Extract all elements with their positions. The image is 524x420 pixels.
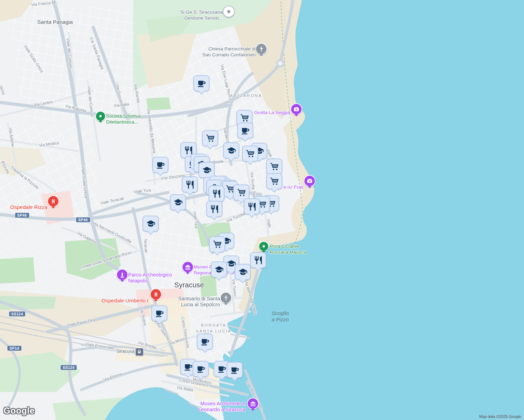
coffee-cup-icon xyxy=(155,309,164,318)
graduation-cap-icon xyxy=(173,198,183,207)
school-marker[interactable] xyxy=(143,216,159,232)
shopping-cart-icon xyxy=(213,240,222,249)
coffee-cup-icon xyxy=(241,126,250,135)
hospital-marker[interactable] xyxy=(150,288,162,300)
graduation-cap-icon xyxy=(227,146,236,155)
marker-tail xyxy=(295,114,298,117)
supermarket-marker[interactable] xyxy=(242,146,258,162)
coffee-cup-icon xyxy=(200,337,210,346)
monument-icon xyxy=(117,270,127,280)
photo-spot-marker[interactable] xyxy=(304,175,316,187)
map-markers-layer xyxy=(0,0,524,420)
shopping-cart-icon xyxy=(240,113,249,123)
restaurant-marker[interactable] xyxy=(182,176,198,192)
shopping-cart-icon xyxy=(246,149,255,159)
coffee-cup-icon xyxy=(230,365,240,375)
map-attribution[interactable]: Map data ©2025 Google xyxy=(479,414,521,419)
restaurant-marker[interactable] xyxy=(250,252,266,268)
school-marker[interactable] xyxy=(211,261,227,278)
museum-icon xyxy=(248,398,258,409)
cross-icon xyxy=(221,293,231,303)
marker-tail xyxy=(186,272,189,274)
cafe-marker[interactable] xyxy=(193,361,209,377)
marker-tail xyxy=(224,303,228,305)
museum-marker[interactable] xyxy=(182,261,194,273)
cafe-marker[interactable] xyxy=(193,75,209,91)
restaurant-icon xyxy=(185,180,195,189)
museum-marker[interactable] xyxy=(247,398,259,410)
coffee-cup-icon xyxy=(156,160,165,170)
cross-icon xyxy=(256,44,267,54)
map-canvas[interactable]: Via Franca M...Via LentiniViale dei Comu… xyxy=(0,0,524,420)
restaurant-marker[interactable] xyxy=(244,198,260,215)
restaurant-marker[interactable] xyxy=(208,186,225,202)
supermarket-marker[interactable] xyxy=(266,173,282,189)
cafe-marker[interactable] xyxy=(152,157,168,173)
school-marker[interactable] xyxy=(235,264,251,280)
church-marker[interactable] xyxy=(255,43,267,55)
school-marker[interactable] xyxy=(170,194,186,210)
coffee-cup-icon xyxy=(184,362,193,372)
cycling-marker[interactable] xyxy=(258,241,269,252)
supermarket-marker[interactable] xyxy=(266,159,282,175)
restaurant-icon xyxy=(212,189,221,198)
school-marker[interactable] xyxy=(223,142,239,159)
graduation-cap-icon xyxy=(238,267,248,277)
graduation-cap-icon xyxy=(214,265,224,274)
marker-tail xyxy=(308,186,311,188)
restaurant-marker[interactable] xyxy=(206,201,222,217)
restaurant-icon xyxy=(210,204,219,214)
supermarket-marker[interactable] xyxy=(209,236,225,252)
hospital-h-icon xyxy=(48,196,58,206)
white-dot-icon xyxy=(96,112,105,121)
restaurant-icon xyxy=(254,255,263,265)
sports-marker[interactable] xyxy=(95,111,106,121)
church-marker[interactable] xyxy=(220,292,232,304)
dot-icon xyxy=(223,6,234,17)
shopping-cart-icon xyxy=(270,162,279,172)
supermarket-marker[interactable] xyxy=(202,130,218,146)
marker-tail xyxy=(227,17,230,19)
marker-tail xyxy=(51,206,55,209)
white-dot-icon xyxy=(259,242,268,251)
train-station-marker[interactable] xyxy=(136,348,144,356)
cafe-marker[interactable] xyxy=(197,334,213,350)
hospital-h-icon xyxy=(151,289,161,300)
restaurant-icon xyxy=(247,202,257,211)
monument-marker[interactable] xyxy=(116,269,128,281)
photo-spot-marker[interactable] xyxy=(290,103,302,115)
marker-tail xyxy=(251,409,255,411)
coffee-cup-icon xyxy=(197,79,206,88)
coffee-cup-icon xyxy=(196,364,206,374)
graduation-cap-icon xyxy=(146,219,156,229)
shopping-cart-icon xyxy=(270,177,279,186)
camera-icon xyxy=(304,176,315,186)
marker-tail xyxy=(99,121,102,123)
train-icon xyxy=(136,348,143,356)
hospital-marker[interactable] xyxy=(47,195,59,207)
marker-tail xyxy=(154,300,158,302)
cafe-marker[interactable] xyxy=(227,362,243,378)
cafe-marker[interactable] xyxy=(151,305,167,321)
business-dot-marker[interactable] xyxy=(223,6,235,18)
marker-tail xyxy=(120,280,124,282)
shopping-cart-icon xyxy=(237,188,246,197)
shopping-cart-icon xyxy=(206,134,215,143)
graduation-cap-icon xyxy=(202,166,212,175)
google-logo[interactable]: Google xyxy=(4,406,35,416)
marker-tail xyxy=(260,54,263,56)
cafe-marker[interactable] xyxy=(237,122,253,139)
coffee-cup-icon xyxy=(217,364,227,374)
camera-icon xyxy=(291,104,302,114)
museum-icon xyxy=(182,262,193,272)
restaurant-icon xyxy=(184,146,193,155)
